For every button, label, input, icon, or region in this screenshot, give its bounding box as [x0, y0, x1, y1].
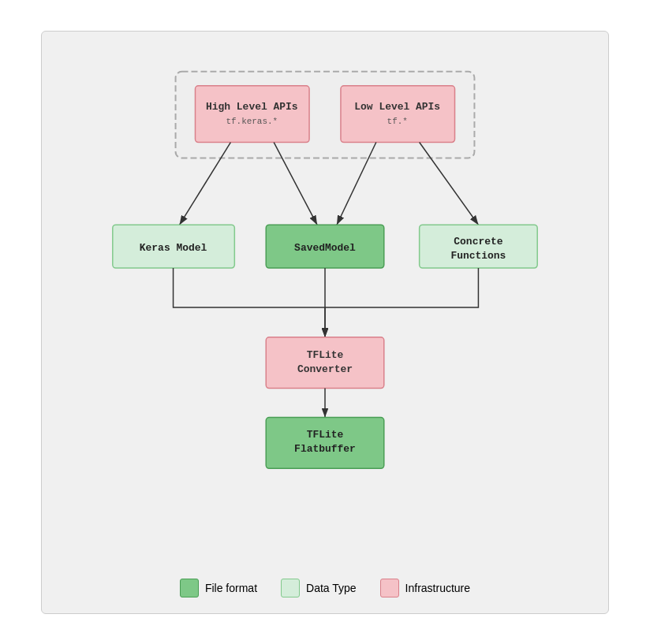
concrete-functions-label-1: Concrete: [454, 236, 502, 248]
legend-swatch-green: [180, 579, 199, 597]
tflite-converter-label-2: Converter: [297, 363, 353, 374]
high-level-api-label: High Level APIs: [206, 100, 298, 112]
legend-swatch-light: [281, 579, 300, 597]
low-level-api-sub: tf.*: [387, 116, 408, 125]
legend-file-format-label: File format: [205, 582, 257, 594]
diagram-svg: High Level APIs tf.keras.* Low Level API…: [58, 55, 592, 512]
diagram-area: High Level APIs tf.keras.* Low Level API…: [58, 55, 592, 564]
concrete-functions-label-2: Functions: [450, 250, 506, 262]
saved-model-label: SavedModel: [294, 242, 356, 254]
diagram-container: High Level APIs tf.keras.* Low Level API…: [41, 31, 609, 614]
legend-data-type: Data Type: [281, 579, 357, 597]
legend-file-format: File format: [180, 579, 257, 597]
high-level-api-sub: tf.keras.*: [226, 116, 278, 125]
svg-rect-1: [195, 85, 309, 142]
low-level-api-label: Low Level APIs: [354, 100, 440, 112]
tflite-flatbuffer-label-2: Flatbuffer: [294, 443, 356, 455]
legend: File format Data Type Infrastructure: [180, 579, 470, 597]
legend-infrastructure-label: Infrastructure: [405, 582, 470, 594]
legend-swatch-pink: [380, 579, 399, 597]
tflite-flatbuffer-label-1: TFLite: [307, 429, 344, 441]
legend-data-type-label: Data Type: [306, 582, 357, 594]
svg-rect-2: [341, 85, 455, 142]
tflite-converter-label-1: TFLite: [307, 348, 344, 360]
legend-infrastructure: Infrastructure: [380, 579, 470, 597]
keras-model-label: Keras Model: [140, 242, 207, 254]
